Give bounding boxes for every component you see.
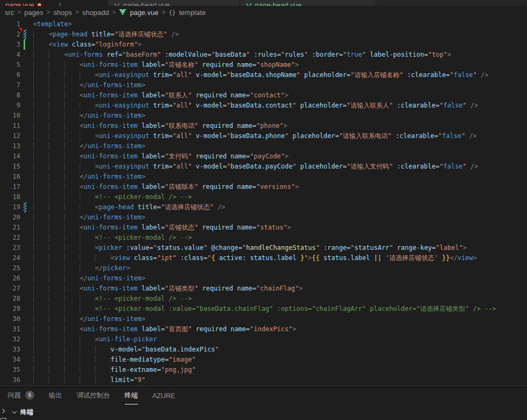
line-number: 29 [0, 304, 20, 314]
code-line[interactable]: 36 limit="9" [0, 375, 527, 385]
code-line[interactable]: 24 <view class="ipt" :class="{ active: s… [0, 253, 527, 263]
line-number: 27 [0, 284, 20, 294]
breadcrumb-item-template[interactable]: template [179, 9, 206, 17]
panel-tab-debug-console[interactable]: 调试控制台 [77, 386, 110, 404]
gutter-decoration [20, 324, 33, 334]
code-line[interactable]: 10 </uni-forms-item> [0, 111, 527, 121]
line-number: 19 [0, 202, 20, 212]
panel-tab-terminal[interactable]: 终端 [125, 386, 138, 404]
breadcrumb-item-file[interactable]: page.vue [130, 9, 159, 17]
line-number: 34 [0, 355, 20, 365]
code-line[interactable]: 7 </uni-forms-item> [0, 80, 527, 90]
code-line[interactable]: 23 <picker :value="status.value" @change… [0, 243, 527, 253]
gutter-decoration [20, 121, 33, 131]
error-flag-icon [18, 28, 22, 32]
code-text: file-mediatype="image" [33, 355, 527, 365]
code-text: <uni-forms-item label="首页图" required nam… [33, 324, 527, 334]
code-line[interactable]: 8 <uni-forms-item label="联系人" required n… [0, 90, 527, 101]
terminal-section-label: 终端 [20, 408, 33, 417]
gutter-decoration [20, 60, 33, 70]
code-text: </uni-forms-item> [33, 111, 527, 121]
breadcrumb-item-pages[interactable]: pages [24, 9, 43, 17]
tab-page-vue-active[interactable]: page.vue × [0, 0, 107, 6]
code-line[interactable]: 29 <!-- <picker-modal :value="baseData.c… [0, 304, 527, 314]
problems-count-badge: 6 [25, 391, 34, 400]
code-line[interactable]: 31 <uni-forms-item label="首页图" required … [0, 324, 527, 334]
code-text: <!-- <picker-modal :value="baseData.chai… [33, 304, 527, 314]
code-line[interactable]: 15 <uni-easyinput trim="all" v-model="ba… [0, 162, 527, 172]
gutter-decoration [20, 70, 33, 80]
terminal-section-header[interactable]: 终端 [0, 404, 527, 419]
tab-page-head-vue-added[interactable]: page-head.vue [240, 0, 375, 6]
gutter-decoration [20, 345, 33, 355]
chevron-right-icon[interactable] [1, 409, 5, 413]
panel-tab-output[interactable]: 输出 [49, 386, 62, 404]
code-line[interactable]: 13 </uni-forms-item> [0, 141, 527, 151]
chevron-down-icon[interactable] [12, 409, 17, 413]
code-text: <template> [33, 19, 527, 29]
gutter-decoration [20, 162, 33, 172]
chevron-right-icon: > [112, 9, 116, 16]
panel-tab-problems[interactable]: 问题 6 [7, 386, 34, 404]
code-line[interactable]: 9 <uni-easyinput trim="all" v-model="bas… [0, 101, 527, 111]
code-line[interactable]: 32 <uni-file-picker [0, 334, 527, 345]
close-icon[interactable]: × [58, 1, 62, 6]
line-number: 7 [0, 80, 20, 90]
line-number: 10 [0, 111, 20, 121]
gutter-decoration [20, 284, 33, 294]
code-line[interactable]: 3 <view class="loginform"> [0, 40, 527, 50]
code-text: </uni-forms-item> [33, 172, 527, 182]
code-line[interactable]: 17 <uni-forms-item label="店铺版本" required… [0, 182, 527, 192]
code-line[interactable]: 27 <uni-forms-item label="店铺类型" required… [0, 284, 527, 294]
code-line[interactable]: 26 </uni-forms-item> [0, 273, 527, 284]
code-line[interactable]: 35 file-extname="png,jpg" [0, 365, 527, 375]
code-line[interactable]: 21 <uni-forms-item label="店铺状态" required… [0, 223, 527, 233]
gutter-decoration [20, 243, 33, 253]
line-number: 1 [0, 19, 20, 29]
git-modified-icon [24, 29, 26, 40]
code-text: <uni-forms-item label="店铺状态" required na… [33, 223, 527, 233]
code-line[interactable]: 34 file-mediatype="image" [0, 355, 527, 365]
tab-page-head-vue[interactable]: page-head.vue [109, 0, 239, 6]
code-line[interactable]: 20 </uni-forms-item> [0, 212, 527, 223]
code-line[interactable]: 22 <!-- <picker-modal /> --> [0, 233, 527, 243]
code-line[interactable]: 19 <page-head title="请选择店铺状态" /> [0, 202, 527, 212]
code-text: <picker :value="status.value" @change="h… [33, 243, 527, 253]
breadcrumb-item-src[interactable]: src [5, 9, 14, 17]
code-line[interactable]: 30 </uni-forms-item> [0, 314, 527, 324]
code-line[interactable]: 12 <uni-easyinput trim="all" v-model="ba… [0, 131, 527, 141]
breadcrumb-item-shops[interactable]: shops [54, 9, 72, 17]
code-text: <uni-easyinput trim="all" v-model="baseD… [33, 131, 527, 141]
code-editor[interactable]: 1<template>2 <page-head title="请选择店铺状态" … [0, 19, 527, 385]
code-text: <uni-forms-item label="支付码" required nam… [33, 151, 527, 162]
code-text: v-model="baseData.indexPics" [33, 345, 527, 355]
code-line[interactable]: 25 </picker> [0, 263, 527, 273]
gutter-decoration [20, 141, 33, 151]
code-line[interactable]: 2 <page-head title="请选择店铺状态" /> [0, 29, 527, 40]
code-line[interactable]: 11 <uni-forms-item label="联系电话" required… [0, 121, 527, 131]
line-number: 15 [0, 162, 20, 172]
code-line[interactable]: 16 </uni-forms-item> [0, 172, 527, 182]
code-text: <uni-forms-item label="联系电话" required na… [33, 121, 527, 131]
code-line[interactable]: 4 <uni-forms ref="baseForm" :modelValue=… [0, 50, 527, 60]
code-line[interactable]: 5 <uni-forms-item label="店铺名称" required … [0, 60, 527, 70]
code-line[interactable]: 33 v-model="baseData.indexPics" [0, 345, 527, 355]
line-number: 17 [0, 182, 20, 192]
code-line[interactable]: 18 <!-- <picker-modal /> --> [0, 192, 527, 202]
gutter-decoration [20, 334, 33, 345]
line-number: 8 [0, 90, 20, 101]
code-line[interactable]: 14 <uni-forms-item label="支付码" required … [0, 151, 527, 162]
code-line[interactable]: 28 <!-- <picker-modal /> --> [0, 294, 527, 304]
gutter-decoration [20, 263, 33, 273]
breadcrumb-item-shopadd[interactable]: shopadd [82, 9, 109, 17]
code-line[interactable]: 6 <uni-easyinput trim="all" v-model="bas… [0, 70, 527, 80]
panel-tab-label: 问题 [7, 386, 21, 404]
code-text: <uni-easyinput trim="all" v-model="baseD… [33, 101, 527, 111]
code-text: <uni-easyinput trim="all" v-model="baseD… [33, 162, 527, 172]
code-text: <!-- <picker-modal /> --> [33, 233, 527, 243]
panel-corner-icon[interactable] [1, 418, 6, 420]
gutter-decoration [20, 365, 33, 375]
code-line[interactable]: 1<template> [0, 19, 527, 29]
gutter-decoration [20, 192, 33, 202]
panel-tab-azure[interactable]: AZURE [153, 386, 175, 404]
